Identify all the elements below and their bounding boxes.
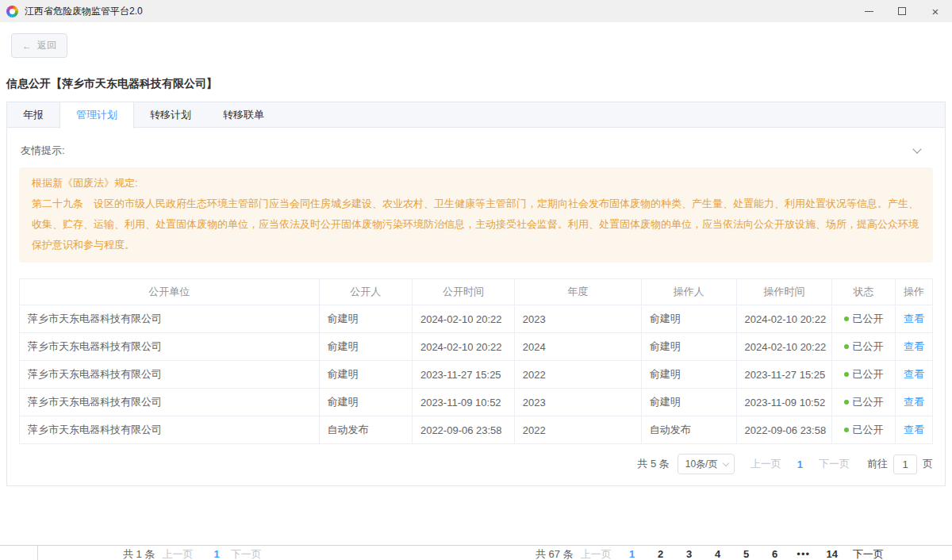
regulation-body: 第二十九条 设区的市级人民政府生态环境主管部门应当会同住房城乡建设、农业农村、卫… — [32, 194, 920, 255]
cell-unit: 萍乡市天东电器科技有限公司 — [20, 389, 320, 416]
bottom-left-next-button[interactable]: 下一页 — [231, 548, 262, 560]
page-number[interactable]: 4 — [704, 548, 732, 560]
tab-transfer-plan[interactable]: 转移计划 — [134, 102, 207, 127]
maximize-icon — [898, 7, 906, 15]
table-row: 萍乡市天东电器科技有限公司 俞建明 2023-11-27 15:25 2022 … — [20, 361, 933, 389]
close-button[interactable]: × — [919, 0, 952, 22]
cell-action: 查看 — [895, 389, 932, 416]
cell-action: 查看 — [895, 416, 932, 444]
window-titlebar: 江西省危险废物监管平台2.0 × — [0, 0, 952, 22]
col-header-operator: 操作人 — [641, 279, 736, 305]
view-link[interactable]: 查看 — [904, 340, 924, 352]
maximize-button[interactable] — [885, 0, 919, 22]
tabs-card: 年报 管理计划 转移计划 转移联单 友情提示: 根据新《固废法》规定: 第二十九… — [6, 102, 946, 486]
page-number[interactable]: 5 — [732, 548, 761, 560]
page-number[interactable]: 6 — [761, 548, 789, 560]
page-number[interactable]: 2 — [647, 548, 675, 560]
pager-ellipsis[interactable]: ••• — [789, 548, 818, 560]
bottom-left-total: 共 1 条 — [123, 548, 155, 560]
cell-year: 2024 — [514, 333, 641, 361]
tabs-header: 年报 管理计划 转移计划 转移联单 — [7, 102, 945, 128]
window-title: 江西省危险废物监管平台2.0 — [25, 5, 852, 18]
cell-status: 已公开 — [832, 361, 895, 389]
current-page-number[interactable]: 1 — [797, 458, 803, 470]
view-link[interactable]: 查看 — [904, 368, 924, 380]
page-title: 信息公开【萍乡市天东电器科技有限公司】 — [6, 77, 952, 91]
tips-label: 友情提示: — [21, 144, 65, 158]
status-badge: 已公开 — [853, 396, 884, 408]
bottom-right-pagination: 共 67 条 上一页 123456 ••• 14 下一页 — [536, 548, 884, 560]
cell-status: 已公开 — [832, 389, 895, 416]
cell-publisher: 俞建明 — [319, 305, 412, 333]
back-button-label: 返回 — [37, 39, 56, 52]
cell-publisher: 俞建明 — [319, 389, 412, 416]
status-dot-icon — [844, 400, 849, 405]
cell-unit: 萍乡市天东电器科技有限公司 — [20, 333, 320, 361]
view-link[interactable]: 查看 — [904, 424, 924, 435]
cell-operator: 俞建明 — [641, 361, 736, 389]
cell-action: 查看 — [895, 361, 932, 389]
cell-status: 已公开 — [832, 416, 895, 444]
bottom-right-pages: 123456 — [618, 548, 789, 560]
status-badge: 已公开 — [853, 313, 884, 324]
bottom-left-current-page[interactable]: 1 — [213, 548, 219, 560]
tab-transfer-manifest[interactable]: 转移联单 — [207, 102, 280, 127]
status-badge: 已公开 — [853, 368, 884, 380]
back-button[interactable]: ← 返回 — [11, 33, 67, 58]
page-suffix-label: 页 — [923, 457, 933, 471]
tips-collapse-header[interactable]: 友情提示: — [19, 140, 933, 167]
table-row: 萍乡市天东电器科技有限公司 俞建明 2024-02-10 20:22 2024 … — [20, 333, 933, 361]
cell-year: 2022 — [514, 416, 641, 444]
table-header-row: 公开单位 公开人 公开时间 年度 操作人 操作时间 状态 操作 — [20, 279, 933, 305]
col-header-publisher: 公开人 — [319, 279, 412, 305]
bottom-right-next-button[interactable]: 下一页 — [853, 548, 884, 560]
cell-status: 已公开 — [832, 305, 895, 333]
cell-unit: 萍乡市天东电器科技有限公司 — [20, 305, 320, 333]
cell-operator: 自动发布 — [641, 416, 736, 444]
status-dot-icon — [844, 372, 849, 377]
cell-publish-time: 2024-02-10 20:22 — [412, 305, 514, 333]
page-number[interactable]: 3 — [675, 548, 704, 560]
close-icon: × — [932, 6, 939, 17]
table-row: 萍乡市天东电器科技有限公司 俞建明 2024-02-10 20:22 2023 … — [20, 305, 933, 333]
col-header-publish-time: 公开时间 — [412, 279, 514, 305]
view-link[interactable]: 查看 — [904, 396, 924, 408]
cell-operate-time: 2024-02-10 20:22 — [736, 333, 832, 361]
back-arrow-icon: ← — [22, 40, 32, 52]
cell-year: 2023 — [514, 389, 641, 416]
next-page-button[interactable]: 下一页 — [819, 457, 850, 471]
cell-status: 已公开 — [832, 333, 895, 361]
cell-publisher: 俞建明 — [319, 361, 412, 389]
page-size-select[interactable]: 10条/页 — [678, 454, 735, 474]
bottom-left-prev-button[interactable]: 上一页 — [162, 548, 193, 560]
minimize-icon — [865, 11, 873, 12]
bottom-right-total: 共 67 条 — [536, 548, 574, 560]
prev-page-button[interactable]: 上一页 — [750, 457, 781, 471]
cell-operate-time: 2022-09-06 23:58 — [736, 416, 832, 444]
table-row: 萍乡市天东电器科技有限公司 自动发布 2022-09-06 23:58 2022… — [20, 416, 933, 444]
page-size-value: 10条/页 — [685, 458, 718, 471]
goto-page-input[interactable] — [893, 455, 917, 474]
pager-last-page[interactable]: 14 — [818, 548, 846, 560]
col-header-year: 年度 — [514, 279, 641, 305]
col-header-action: 操作 — [895, 279, 932, 305]
bottom-right-prev-button[interactable]: 上一页 — [581, 548, 612, 560]
table-row: 萍乡市天东电器科技有限公司 俞建明 2023-11-09 10:52 2023 … — [20, 389, 933, 416]
minimize-button[interactable] — [852, 0, 885, 22]
app-icon — [6, 6, 18, 17]
page-number[interactable]: 1 — [618, 548, 647, 560]
table-pagination: 共 5 条 10条/页 上一页 1 下一页 前往 页 — [19, 454, 933, 474]
cell-unit: 萍乡市天东电器科技有限公司 — [20, 361, 320, 389]
cell-publish-time: 2023-11-09 10:52 — [412, 389, 514, 416]
status-badge: 已公开 — [853, 340, 884, 352]
cell-publisher: 俞建明 — [319, 333, 412, 361]
cell-publisher: 自动发布 — [319, 416, 412, 444]
cell-year: 2023 — [514, 305, 641, 333]
tab-management-plan[interactable]: 管理计划 — [60, 102, 134, 128]
status-badge: 已公开 — [853, 424, 884, 435]
tab-annual-report[interactable]: 年报 — [7, 102, 60, 127]
cell-publish-time: 2023-11-27 15:25 — [412, 361, 514, 389]
cell-operator: 俞建明 — [641, 389, 736, 416]
status-dot-icon — [844, 428, 849, 432]
view-link[interactable]: 查看 — [904, 313, 924, 324]
